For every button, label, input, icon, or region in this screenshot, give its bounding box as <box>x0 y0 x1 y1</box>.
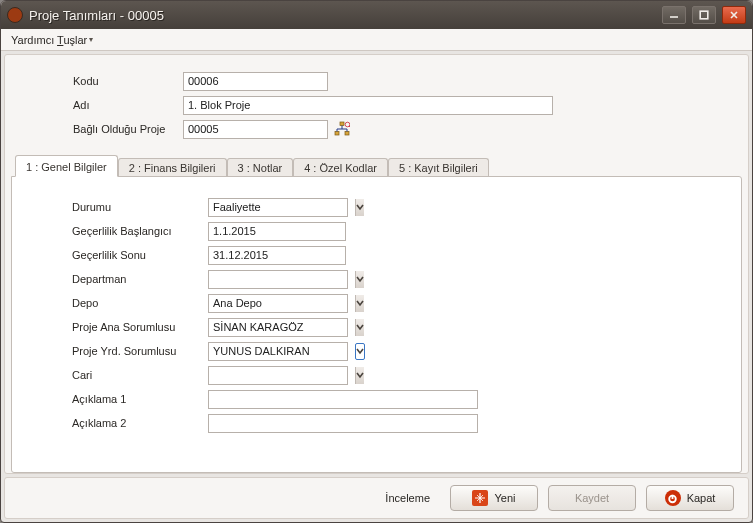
depot-label: Depo <box>28 297 208 309</box>
status-value[interactable] <box>209 199 355 216</box>
main-resp-dropdown-button[interactable] <box>355 319 364 336</box>
depot-value[interactable] <box>209 295 355 312</box>
close-button[interactable]: Kapat <box>646 485 734 511</box>
cari-value[interactable] <box>209 367 355 384</box>
valid-to-label: Geçerlilik Sonu <box>28 249 208 261</box>
asst-resp-value[interactable] <box>209 343 355 360</box>
tab-general[interactable]: 1 : Genel Bilgiler <box>15 155 118 177</box>
tab-notes[interactable]: 3 : Notlar <box>227 158 294 177</box>
close-button-label: Kapat <box>687 492 716 504</box>
status-label: Durumu <box>28 201 208 213</box>
code-label: Kodu <box>23 75 183 87</box>
minimize-button[interactable] <box>662 6 686 24</box>
svg-rect-2 <box>335 132 339 136</box>
asst-resp-dropdown-button[interactable] <box>355 343 365 360</box>
main-resp-label: Proje Ana Sorumlusu <box>28 321 208 333</box>
svg-rect-0 <box>700 11 708 19</box>
department-label: Departman <box>28 273 208 285</box>
new-button-label: Yeni <box>494 492 515 504</box>
tabs: 1 : Genel Bilgiler 2 : Finans Bilgileri … <box>11 155 742 473</box>
note2-label: Açıklama 2 <box>28 417 208 429</box>
window-title: Proje Tanımları - 00005 <box>29 8 656 23</box>
department-dropdown-button[interactable] <box>355 271 364 288</box>
status-combo[interactable] <box>208 198 348 217</box>
new-button[interactable]: Yeni <box>450 485 538 511</box>
close-window-button[interactable] <box>722 6 746 24</box>
main-resp-combo[interactable] <box>208 318 348 337</box>
note1-input[interactable] <box>208 390 478 409</box>
menu-helpers-label: Yardımcı Tuşlar <box>11 34 87 46</box>
review-label[interactable]: İnceleme <box>385 492 430 504</box>
main-resp-value[interactable] <box>209 319 355 336</box>
maximize-button[interactable] <box>692 6 716 24</box>
tabstrip: 1 : Genel Bilgiler 2 : Finans Bilgileri … <box>11 155 742 177</box>
status-dropdown-button[interactable] <box>355 199 364 216</box>
cari-dropdown-button[interactable] <box>355 367 364 384</box>
depot-combo[interactable] <box>208 294 348 313</box>
save-button: Kaydet <box>548 485 636 511</box>
parent-project-input[interactable] <box>183 120 328 139</box>
asst-resp-label: Proje Yrd. Sorumlusu <box>28 345 208 357</box>
new-icon <box>472 490 488 506</box>
form-body: Kodu Adı Bağlı Olduğu Proje <box>4 54 749 474</box>
chevron-down-icon: ▾ <box>89 35 93 44</box>
footer-bar: İnceleme Yeni Kaydet Kapat <box>4 477 749 519</box>
tab-custom-codes[interactable]: 4 : Özel Kodlar <box>293 158 388 177</box>
asst-resp-combo[interactable] <box>208 342 348 361</box>
name-input[interactable] <box>183 96 553 115</box>
department-combo[interactable] <box>208 270 348 289</box>
hierarchy-icon <box>334 121 350 137</box>
power-icon <box>665 490 681 506</box>
note2-input[interactable] <box>208 414 478 433</box>
svg-rect-3 <box>345 132 349 136</box>
menubar: Yardımcı Tuşlar ▾ <box>1 29 752 51</box>
code-input[interactable] <box>183 72 328 91</box>
svg-rect-1 <box>340 122 344 126</box>
cari-label: Cari <box>28 369 208 381</box>
note1-label: Açıklama 1 <box>28 393 208 405</box>
tab-finance[interactable]: 2 : Finans Bilgileri <box>118 158 227 177</box>
department-value[interactable] <box>209 271 355 288</box>
tab-record-info[interactable]: 5 : Kayıt Bilgileri <box>388 158 489 177</box>
titlebar[interactable]: Proje Tanımları - 00005 <box>1 1 752 29</box>
cari-combo[interactable] <box>208 366 348 385</box>
save-button-label: Kaydet <box>575 492 609 504</box>
parent-project-label: Bağlı Olduğu Proje <box>23 123 183 135</box>
valid-from-input[interactable] <box>208 222 346 241</box>
main-window: Proje Tanımları - 00005 Yardımcı Tuşlar … <box>0 0 753 523</box>
app-icon <box>7 7 23 23</box>
depot-dropdown-button[interactable] <box>355 295 364 312</box>
tab-page-general: Durumu Geçerlilik Başlangıcı Geçerlilik … <box>11 176 742 473</box>
parent-project-lookup-button[interactable] <box>332 120 352 139</box>
header-form: Kodu Adı Bağlı Olduğu Proje <box>5 55 748 149</box>
valid-from-label: Geçerlilik Başlangıcı <box>28 225 208 237</box>
name-label: Adı <box>23 99 183 111</box>
valid-to-input[interactable] <box>208 246 346 265</box>
menu-helpers[interactable]: Yardımcı Tuşlar ▾ <box>5 32 99 48</box>
